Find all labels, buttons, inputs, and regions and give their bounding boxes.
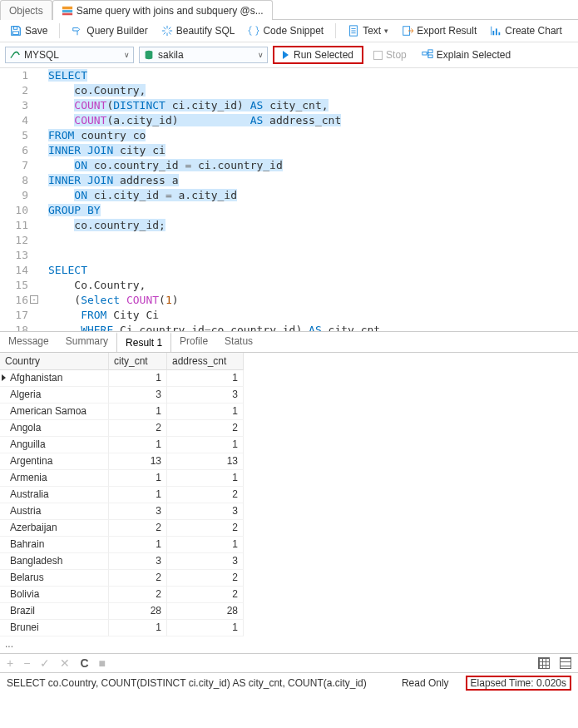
table-row[interactable]: Angola bbox=[0, 420, 109, 437]
table-cell[interactable]: 1 bbox=[109, 470, 167, 487]
table-cell[interactable]: 1 bbox=[109, 404, 167, 420]
refresh-button[interactable]: C bbox=[80, 656, 88, 670]
save-button[interactable]: Save bbox=[5, 23, 52, 38]
table-row[interactable]: Algeria bbox=[0, 387, 109, 404]
toolbar-separator bbox=[335, 23, 336, 38]
result-grid[interactable]: Countrycity_cntaddress_cntAfghanistan11A… bbox=[0, 353, 578, 636]
table-row[interactable]: Argentina bbox=[0, 453, 109, 470]
query-icon bbox=[62, 5, 73, 17]
table-cell[interactable]: 2 bbox=[167, 587, 244, 603]
table-cell[interactable]: 28 bbox=[109, 603, 167, 620]
button-label: Save bbox=[25, 25, 47, 37]
editor-code[interactable]: SELECT co.Country, COUNT(DISTINCT ci.cit… bbox=[35, 68, 578, 331]
table-cell[interactable]: 1 bbox=[109, 537, 167, 553]
svg-rect-7 bbox=[493, 31, 495, 35]
fold-toggle[interactable]: - bbox=[30, 295, 38, 304]
table-row[interactable]: Anguilla bbox=[0, 437, 109, 453]
table-cell[interactable]: 1 bbox=[167, 437, 244, 453]
table-cell[interactable]: 13 bbox=[167, 453, 244, 470]
tab-objects[interactable]: Objects bbox=[0, 0, 52, 20]
table-row[interactable]: Bangladesh bbox=[0, 553, 109, 570]
table-cell[interactable]: 1 bbox=[109, 487, 167, 503]
table-row[interactable]: Brunei bbox=[0, 620, 109, 636]
delete-row-button[interactable]: − bbox=[23, 656, 30, 670]
table-cell[interactable]: 3 bbox=[109, 503, 167, 520]
table-cell[interactable]: 1 bbox=[167, 537, 244, 553]
table-cell[interactable]: 1 bbox=[109, 370, 167, 387]
table-cell[interactable]: 3 bbox=[167, 553, 244, 570]
table-cell[interactable]: 2 bbox=[109, 570, 167, 587]
table-row[interactable]: American Samoa bbox=[0, 404, 109, 420]
column-header[interactable]: city_cnt bbox=[109, 353, 167, 370]
braces-icon bbox=[248, 25, 259, 37]
status-mode: Read Only bbox=[402, 677, 449, 689]
svg-rect-13 bbox=[428, 55, 432, 58]
table-cell[interactable]: 2 bbox=[109, 520, 167, 537]
tab-status[interactable]: Status bbox=[216, 332, 261, 352]
text-button[interactable]: Text ▾ bbox=[343, 23, 393, 38]
table-cell[interactable]: 13 bbox=[109, 453, 167, 470]
table-row[interactable]: Austria bbox=[0, 503, 109, 520]
svg-rect-4 bbox=[13, 32, 19, 35]
tab-summary[interactable]: Summary bbox=[57, 332, 116, 352]
cancel-button[interactable]: ✕ bbox=[60, 656, 70, 670]
table-cell[interactable]: 2 bbox=[167, 520, 244, 537]
status-elapsed: Elapsed Time: 0.020s bbox=[466, 676, 571, 691]
stop-button[interactable]: Stop bbox=[368, 47, 412, 62]
form-view-icon[interactable] bbox=[560, 657, 571, 669]
table-cell[interactable]: 2 bbox=[167, 570, 244, 587]
query-builder-button[interactable]: Query Builder bbox=[67, 23, 152, 38]
table-cell[interactable]: 3 bbox=[167, 387, 244, 404]
table-cell[interactable]: 1 bbox=[109, 620, 167, 636]
table-cell[interactable]: 1 bbox=[167, 404, 244, 420]
column-header[interactable]: address_cnt bbox=[167, 353, 244, 370]
table-cell[interactable]: 3 bbox=[109, 387, 167, 404]
table-row[interactable]: Australia bbox=[0, 487, 109, 503]
button-label: Query Builder bbox=[86, 25, 147, 37]
table-cell[interactable]: 3 bbox=[167, 503, 244, 520]
run-selected-button[interactable]: Run Selected bbox=[273, 46, 363, 64]
table-row[interactable]: Afghanistan bbox=[0, 370, 109, 387]
button-label: Text bbox=[363, 25, 381, 37]
tab-query[interactable]: Same query with joins and subquery @s... bbox=[52, 0, 273, 20]
svg-rect-11 bbox=[422, 52, 427, 56]
column-header[interactable]: Country bbox=[0, 353, 109, 370]
table-cell[interactable]: 1 bbox=[167, 370, 244, 387]
stop-fetch-button[interactable]: ■ bbox=[99, 656, 106, 670]
table-row[interactable]: Azerbaijan bbox=[0, 520, 109, 537]
table-row[interactable]: Bolivia bbox=[0, 587, 109, 603]
database-dropdown[interactable]: sakila ∨ bbox=[139, 47, 268, 63]
table-cell[interactable]: 28 bbox=[167, 603, 244, 620]
table-row[interactable]: Armenia bbox=[0, 470, 109, 487]
document-icon bbox=[348, 25, 359, 37]
tab-label: Objects bbox=[9, 5, 43, 17]
add-row-button[interactable]: + bbox=[7, 656, 13, 670]
engine-dropdown[interactable]: MYSQL ∨ bbox=[5, 47, 134, 63]
explain-selected-button[interactable]: Explain Selected bbox=[417, 47, 516, 62]
code-snippet-button[interactable]: Code Snippet bbox=[243, 23, 329, 38]
table-row[interactable]: Belarus bbox=[0, 570, 109, 587]
tab-result[interactable]: Result 1 bbox=[116, 332, 171, 352]
export-result-button[interactable]: Export Result bbox=[397, 23, 482, 38]
table-cell[interactable]: 1 bbox=[109, 437, 167, 453]
table-cell[interactable]: 3 bbox=[109, 553, 167, 570]
table-row[interactable]: Brazil bbox=[0, 603, 109, 620]
table-cell[interactable]: 2 bbox=[109, 587, 167, 603]
chevron-down-icon: ▾ bbox=[384, 27, 388, 35]
sql-editor[interactable]: 12345678910111213141516-171819-20212223 … bbox=[0, 68, 578, 331]
grid-view-icon[interactable] bbox=[538, 657, 550, 669]
button-label: Create Chart bbox=[505, 25, 562, 37]
beautify-sql-button[interactable]: Beautify SQL bbox=[156, 23, 240, 38]
tab-profile[interactable]: Profile bbox=[171, 332, 216, 352]
tab-message[interactable]: Message bbox=[0, 332, 57, 352]
chevron-down-icon: ∨ bbox=[124, 51, 130, 59]
commit-button[interactable]: ✓ bbox=[40, 656, 50, 670]
table-cell[interactable]: 1 bbox=[167, 470, 244, 487]
tab-label: Same query with joins and subquery @s... bbox=[77, 5, 264, 17]
table-row[interactable]: Bahrain bbox=[0, 537, 109, 553]
create-chart-button[interactable]: Create Chart bbox=[485, 23, 567, 38]
table-cell[interactable]: 2 bbox=[167, 420, 244, 437]
table-cell[interactable]: 2 bbox=[167, 487, 244, 503]
table-cell[interactable]: 2 bbox=[109, 420, 167, 437]
table-cell[interactable]: 1 bbox=[167, 620, 244, 636]
